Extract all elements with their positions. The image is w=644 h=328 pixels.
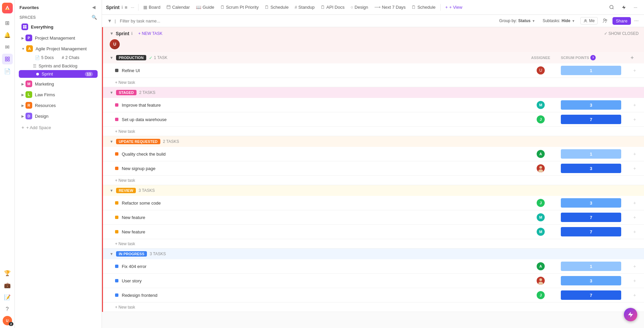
- help-icon[interactable]: ?: [2, 304, 13, 315]
- tab-next-7-days[interactable]: ⟶ Next 7 Days: [372, 3, 409, 11]
- update-req-badge: UPDATE REQUESTED: [116, 139, 160, 144]
- add-space-button[interactable]: + + Add Space: [17, 123, 100, 132]
- fab-button[interactable]: [624, 308, 637, 321]
- filter-input[interactable]: [120, 18, 494, 23]
- lightning-button[interactable]: [619, 4, 629, 11]
- tab-scrum-pt-priority[interactable]: 🗒 Scrum Pt Priority: [218, 3, 262, 11]
- space-row-marketing[interactable]: ▶ M Marketing: [17, 79, 100, 89]
- task-add-button[interactable]: +: [631, 292, 639, 298]
- task-row-refine-ui[interactable]: Refine UI 1 +: [103, 63, 644, 78]
- task-add-button[interactable]: +: [631, 278, 639, 283]
- task-add-button[interactable]: +: [631, 117, 639, 122]
- task-add-button[interactable]: +: [631, 264, 639, 269]
- space-row-resources[interactable]: ▶ R Resources: [17, 100, 100, 110]
- group-header-staged[interactable]: ▼ STAGED 2 TASKS: [103, 87, 644, 98]
- search-button[interactable]: [606, 3, 617, 11]
- tab-schedule-1[interactable]: 🗒 Schedule: [262, 3, 291, 11]
- docs-icon[interactable]: 📄: [2, 66, 13, 76]
- tab-schedule-2[interactable]: 🗒 Schedule: [409, 3, 438, 11]
- group-header-in-progress[interactable]: ▼ IN PROGRESS 3 TASKS: [103, 249, 644, 259]
- sidebar-item-sprints-backlog[interactable]: ☰ Sprints and Backlog: [19, 62, 98, 70]
- tab-guide[interactable]: 📖 Guide: [193, 3, 217, 11]
- tab-standup[interactable]: # Standup: [292, 3, 317, 11]
- user-avatar[interactable]: U 2: [3, 316, 12, 325]
- svg-point-14: [603, 19, 605, 20]
- docs-count-label: 5 Docs: [41, 55, 54, 60]
- me-button[interactable]: Me: [580, 17, 598, 24]
- task-row-data-warehouse[interactable]: Set up data warehouse J 7 +: [103, 112, 644, 127]
- share-button[interactable]: Share: [612, 17, 631, 25]
- task-row-new-signup[interactable]: New signup page 3 +: [103, 161, 644, 176]
- space-row-project-management[interactable]: ▶ P Project Management: [17, 33, 100, 43]
- task-row-new-feature-1[interactable]: New feature M 7 +: [103, 210, 644, 225]
- task-add-button[interactable]: +: [631, 229, 639, 234]
- task-add-button[interactable]: +: [631, 102, 639, 108]
- subtasks-selector[interactable]: Subtasks: Hide ▼: [541, 17, 577, 24]
- task-name: Set up data warehouse: [122, 117, 521, 122]
- group-header-production[interactable]: ▼ PRODUCTION ✓ 1 TASK ASSIGNEE SCRUM POI…: [103, 52, 644, 63]
- sprint-info-icon[interactable]: ℹ: [131, 31, 133, 36]
- app-logo[interactable]: [2, 3, 13, 13]
- notifications-icon[interactable]: 🔔: [2, 30, 13, 40]
- task-add-button[interactable]: +: [631, 68, 639, 73]
- new-task-link[interactable]: + New task: [115, 178, 135, 183]
- task-row-fix-404[interactable]: Fix 404 error A 1 +: [103, 259, 644, 274]
- info-icon[interactable]: ℹ: [121, 5, 123, 10]
- group-header-review[interactable]: ▼ REVIEW 3 TASKS: [103, 185, 644, 196]
- tab-api-docs[interactable]: 🗒 API Docs: [318, 3, 347, 11]
- inbox-icon[interactable]: ✉: [2, 42, 13, 52]
- space-row-law-firms[interactable]: ▶ L Law Firms: [17, 90, 100, 100]
- avatars-button[interactable]: [601, 17, 609, 25]
- svg-rect-2: [5, 59, 7, 61]
- more-filter-button[interactable]: ···: [634, 18, 639, 24]
- collapse-sidebar-button[interactable]: ◀: [90, 4, 97, 11]
- tab-board[interactable]: ▦ Board: [141, 3, 163, 11]
- sidebar-item-everything[interactable]: Everything: [17, 21, 100, 32]
- agile-docs-row: 📄 5 Docs # 2 Chats: [19, 54, 98, 62]
- task-row-improve-feature[interactable]: Improve that feature M 3 +: [103, 98, 644, 112]
- sidebar-item-sprint[interactable]: Sprint 13: [19, 70, 98, 78]
- task-row-quality-check[interactable]: Quality check the build A 1 +: [103, 147, 644, 161]
- space-row-design[interactable]: ▶ D Design: [17, 111, 100, 121]
- sprint-collapse-icon[interactable]: ▼: [110, 31, 114, 36]
- new-task-link[interactable]: + New task: [115, 129, 135, 134]
- points-info-icon[interactable]: ?: [590, 55, 596, 60]
- new-task-link[interactable]: + New task: [115, 80, 135, 85]
- briefcase-icon[interactable]: 💼: [2, 280, 13, 290]
- spaces-search-icon[interactable]: 🔍: [92, 15, 97, 20]
- task-row-new-feature-2[interactable]: New feature M 7 +: [103, 225, 644, 239]
- group-header-update-req[interactable]: ▼ UPDATE REQUESTED 2 TASKS: [103, 136, 644, 147]
- add-col-button[interactable]: +: [631, 55, 639, 61]
- more-nav-button[interactable]: ···: [631, 3, 640, 11]
- new-task-button[interactable]: + NEW TASK: [136, 31, 164, 37]
- show-closed-button[interactable]: ✓ SHOW CLOSED: [604, 31, 639, 36]
- svg-rect-8: [167, 5, 170, 9]
- home-icon[interactable]: ⊞: [2, 17, 13, 28]
- task-add-button[interactable]: +: [631, 215, 639, 220]
- add-view-button[interactable]: + + View: [443, 3, 465, 11]
- notepad-icon[interactable]: 📝: [2, 292, 13, 303]
- spaces-icon[interactable]: [2, 54, 13, 64]
- list-view-icon[interactable]: ≡: [124, 5, 127, 10]
- scrum-tab-label: Scrum Pt Priority: [226, 5, 259, 10]
- task-assignee: A: [521, 262, 561, 270]
- task-add-button[interactable]: +: [631, 200, 639, 206]
- new-task-link[interactable]: + New task: [115, 305, 135, 310]
- task-row-redesign-frontend[interactable]: Redesign frontend J 7 +: [103, 288, 644, 303]
- space-row-agile[interactable]: ▼ A Agile Project Management: [17, 44, 100, 54]
- task-add-button[interactable]: +: [631, 151, 639, 157]
- task-add-button[interactable]: +: [631, 166, 639, 171]
- new-task-link[interactable]: + New task: [115, 241, 135, 246]
- chats-chip[interactable]: # 2 Chats: [60, 55, 81, 61]
- tab-calendar[interactable]: Calendar: [164, 3, 193, 11]
- task-row-user-story[interactable]: User story 3 +: [103, 274, 644, 288]
- group-by-selector[interactable]: Group by: Status ▼: [497, 17, 537, 24]
- standup-tab-label: Standup: [299, 5, 315, 10]
- task-row-refactor-code[interactable]: Refactor some code J 3 +: [103, 196, 644, 210]
- filter-icon[interactable]: ▼: [107, 18, 112, 23]
- goals-icon[interactable]: 🏆: [2, 268, 13, 278]
- tab-design[interactable]: ○ Design: [348, 3, 371, 11]
- docs-chip[interactable]: 📄 5 Docs: [33, 55, 56, 61]
- assignee-avatar: M: [537, 101, 545, 109]
- more-options-button[interactable]: ···: [129, 4, 137, 10]
